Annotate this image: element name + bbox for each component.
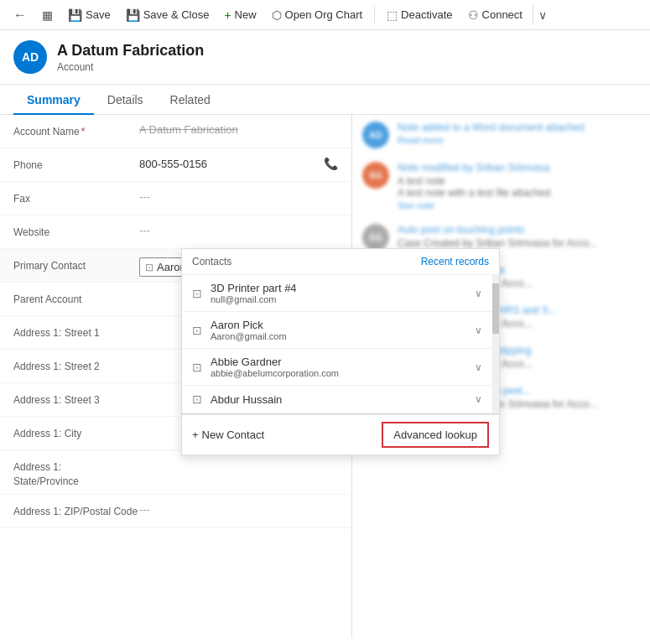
contact-record-icon: ⊡ — [192, 324, 202, 337]
advanced-lookup-label: Advanced lookup — [393, 428, 477, 441]
contact-email-2: abbie@abelumcorporation.com — [211, 368, 466, 378]
activity-avatar: SG — [362, 162, 389, 189]
activity-content: Auto post on touching points Case Create… — [398, 224, 640, 251]
contact-item-2[interactable]: ⊡ Abbie Gardner abbie@abelumcorporation.… — [182, 349, 492, 386]
save-icon: 💾 — [68, 8, 82, 22]
activity-content: Note modified by Sriban Srimvasa A test … — [398, 162, 640, 210]
field-address-state: Address 1: State/Province — [0, 450, 351, 495]
activity-avatar: AD — [362, 122, 389, 148]
save-button[interactable]: 💾 Save — [61, 5, 117, 25]
contact-item-1[interactable]: ⊡ Aaron Pick Aaron@gmail.com ∨ — [182, 312, 492, 349]
advanced-lookup-button[interactable]: Advanced lookup — [382, 422, 489, 448]
new-icon: + — [224, 8, 231, 22]
contact-name-0: 3D Printer part #4 — [211, 282, 466, 294]
open-org-label: Open Org Chart — [285, 8, 363, 21]
tab-details[interactable]: Details — [94, 85, 157, 115]
contact-email-1: Aaron@gmail.com — [211, 331, 466, 341]
contact-item-0[interactable]: ⊡ 3D Printer part #4 null@gmail.com ∨ — [182, 275, 492, 312]
save-close-button[interactable]: 💾 Save & Close — [119, 5, 216, 25]
chevron-icon-1: ∨ — [475, 325, 482, 336]
value-phone[interactable]: 800-555-0156 📞 — [139, 153, 338, 170]
layout-icon: ▦ — [42, 8, 53, 22]
label-parent-account: Parent Account — [13, 288, 139, 307]
back-button[interactable]: ← — [7, 4, 34, 26]
value-account-name[interactable]: A Datum Fabrication — [139, 120, 338, 136]
dropdown-footer: + New Contact Advanced lookup — [182, 414, 499, 454]
chevron-icon-3: ∨ — [475, 393, 482, 405]
scrollbar[interactable] — [492, 275, 499, 413]
label-address-street1: Address 1: Street 1 — [13, 321, 139, 340]
value-fax[interactable]: --- — [139, 187, 338, 203]
toolbar: ← ▦ 💾 Save 💾 Save & Close + New ⬡ Open O… — [0, 0, 650, 30]
deactivate-button[interactable]: ⬚ Deactivate — [380, 5, 459, 25]
label-phone: Phone — [13, 153, 139, 173]
tab-related[interactable]: Related — [157, 85, 224, 115]
new-contact-button[interactable]: + New Contact — [192, 428, 264, 441]
new-contact-label: New Contact — [202, 428, 264, 441]
contact-record-icon: ⊡ — [192, 287, 202, 300]
toolbar-divider — [374, 7, 375, 23]
avatar: AD — [13, 40, 47, 74]
label-address-street2: Address 1: Street 2 — [13, 355, 139, 374]
connect-label: Connect — [482, 8, 523, 21]
lookup-record-icon: ⊡ — [145, 262, 153, 273]
open-org-button[interactable]: ⬡ Open Org Chart — [265, 5, 370, 25]
recent-records-label[interactable]: Recent records — [421, 256, 489, 267]
new-label: New — [235, 8, 257, 21]
field-address-zip: Address 1: ZIP/Postal Code --- — [0, 495, 351, 528]
field-website: Website --- — [0, 216, 351, 249]
field-phone: Phone 800-555-0156 📞 — [0, 148, 351, 182]
connect-icon: ⚇ — [468, 8, 479, 22]
value-website[interactable]: --- — [139, 221, 338, 236]
contact-item-3[interactable]: ⊡ Abdur Hussain ∨ — [182, 386, 492, 413]
label-account-name: Account Name* — [13, 120, 139, 139]
phone-icon: 📞 — [324, 157, 338, 170]
chevron-icon-0: ∨ — [475, 288, 482, 299]
more-button[interactable]: ∨ — [533, 5, 552, 25]
lookup-dropdown: Contacts Recent records ⊡ 3D Printer par… — [181, 248, 500, 455]
deactivate-icon: ⬚ — [387, 8, 398, 22]
chevron-icon-2: ∨ — [475, 361, 482, 373]
record-subtitle: Account — [57, 61, 204, 73]
field-fax: Fax --- — [0, 182, 351, 216]
layout-button[interactable]: ▦ — [35, 5, 60, 25]
dropdown-header: Contacts Recent records — [182, 249, 499, 275]
scroll-thumb[interactable] — [492, 283, 499, 334]
value-address-zip[interactable]: --- — [139, 500, 338, 516]
contact-name-3: Abdur Hussain — [211, 393, 466, 406]
activity-item: SG Auto post on touching points Case Cre… — [362, 224, 640, 251]
record-header: AD A Datum Fabrication Account — [0, 30, 650, 85]
save-close-icon: 💾 — [126, 8, 140, 22]
record-title: A Datum Fabrication — [57, 42, 204, 60]
connect-button[interactable]: ⚇ Connect — [461, 5, 529, 25]
org-icon: ⬡ — [272, 8, 282, 22]
new-button[interactable]: + New — [217, 5, 263, 25]
value-address-state[interactable] — [139, 455, 338, 459]
new-contact-icon: + — [192, 428, 199, 441]
activity-item: SG Note modified by Sriban Srimvasa A te… — [362, 162, 640, 210]
contact-record-icon: ⊡ — [192, 361, 202, 374]
contact-name-2: Abbie Gardner — [211, 356, 466, 368]
tab-summary[interactable]: Summary — [13, 85, 94, 115]
tabs: Summary Details Related — [0, 85, 650, 115]
label-address-zip: Address 1: ZIP/Postal Code — [13, 500, 139, 519]
label-address-state: Address 1: State/Province — [13, 455, 139, 489]
label-fax: Fax — [13, 187, 139, 206]
contact-list: ⊡ 3D Printer part #4 null@gmail.com ∨ ⊡ … — [182, 275, 492, 413]
contact-record-icon: ⊡ — [192, 392, 202, 406]
save-label: Save — [86, 8, 111, 21]
activity-content: Note added to a Word document attached R… — [398, 122, 640, 145]
contacts-label: Contacts — [192, 256, 231, 267]
save-close-label: Save & Close — [143, 8, 210, 21]
deactivate-label: Deactivate — [401, 8, 452, 21]
label-address-street3: Address 1: Street 3 — [13, 388, 139, 408]
activity-avatar: SG — [362, 224, 389, 251]
label-primary-contact: Primary Contact — [13, 254, 139, 273]
contact-list-container: ⊡ 3D Printer part #4 null@gmail.com ∨ ⊡ … — [182, 275, 499, 414]
field-account-name: Account Name* A Datum Fabrication — [0, 115, 351, 148]
label-address-city: Address 1: City — [13, 422, 139, 441]
activity-item: AD Note added to a Word document attache… — [362, 122, 640, 148]
label-website: Website — [13, 221, 139, 240]
contact-name-1: Aaron Pick — [211, 319, 466, 331]
contact-email-0: null@gmail.com — [211, 294, 466, 304]
